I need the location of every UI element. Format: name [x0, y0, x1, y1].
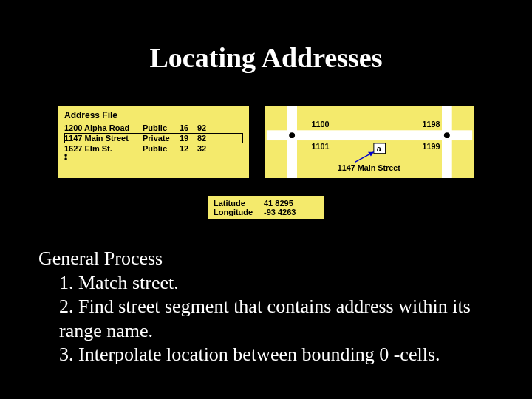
cell-val-a: 16 — [180, 123, 197, 132]
coords-row: Longitude -93 4263 — [214, 208, 318, 216]
process-text: General Process 1. Match street. 2. Find… — [38, 247, 494, 367]
map-label-top-right: 1198 — [423, 120, 440, 129]
svg-rect-1 — [267, 130, 472, 140]
cell-address: 1147 Main Street — [64, 134, 143, 143]
map-svg: 1100 1198 1101 1199 a 1147 Main Street — [265, 106, 474, 178]
process-item: 1. Match street. — [59, 271, 494, 296]
map-label-top-left: 1100 — [312, 120, 330, 129]
cell-type: Public — [143, 144, 180, 153]
address-file-panel: Address File 1200 Alpha Road Public 16 9… — [58, 105, 250, 179]
map-label-bottom-left: 1101 — [312, 142, 330, 151]
cell-type: Private — [143, 134, 180, 143]
process-heading: General Process — [38, 247, 494, 271]
lon-value: -93 4263 — [264, 208, 296, 216]
table-row: 1200 Alpha Road Public 16 92 — [64, 123, 243, 133]
lat-label: Latitude — [214, 199, 264, 208]
coords-panel: Latitude 41 8295 Longitude -93 4263 — [207, 195, 325, 220]
address-file-header: Address File — [64, 110, 243, 120]
cell-val-b: 92 — [197, 123, 215, 132]
marker-label: a — [377, 144, 382, 153]
svg-point-4 — [289, 132, 295, 138]
ellipsis-dot: • — [64, 157, 243, 161]
table-row: 1627 Elm St. Public 12 32 — [64, 143, 243, 154]
figure-row: Address File 1200 Alpha Road Public 16 9… — [58, 105, 474, 179]
cell-address: 1200 Alpha Road — [64, 123, 143, 132]
process-item: 3. Interpolate location between bounding… — [59, 343, 494, 367]
process-item: 2. Find street segment that contains add… — [59, 295, 494, 343]
lat-value: 41 8295 — [264, 199, 293, 208]
cell-val-b: 82 — [197, 134, 215, 143]
coords-row: Latitude 41 8295 — [214, 199, 318, 208]
svg-rect-2 — [287, 106, 297, 178]
map-panel: 1100 1198 1101 1199 a 1147 Main Street — [265, 105, 474, 179]
cell-address: 1627 Elm St. — [64, 144, 143, 153]
cell-val-a: 19 — [180, 134, 197, 143]
cell-val-a: 12 — [180, 144, 197, 153]
table-row-selected: 1147 Main Street Private 19 82 — [64, 133, 243, 143]
slide-title: Locating Addresses — [0, 41, 532, 74]
cell-val-b: 32 — [197, 144, 215, 153]
lon-label: Longitude — [214, 208, 264, 216]
marker-caption: 1147 Main Street — [338, 163, 400, 172]
svg-rect-3 — [442, 106, 452, 178]
process-items: 1. Match street. 2. Find street segment … — [38, 271, 494, 367]
slide: Locating Addresses Address File 1200 Alp… — [0, 0, 532, 399]
map-label-bottom-right: 1199 — [423, 142, 440, 151]
svg-point-5 — [444, 132, 450, 138]
cell-type: Public — [143, 123, 180, 132]
